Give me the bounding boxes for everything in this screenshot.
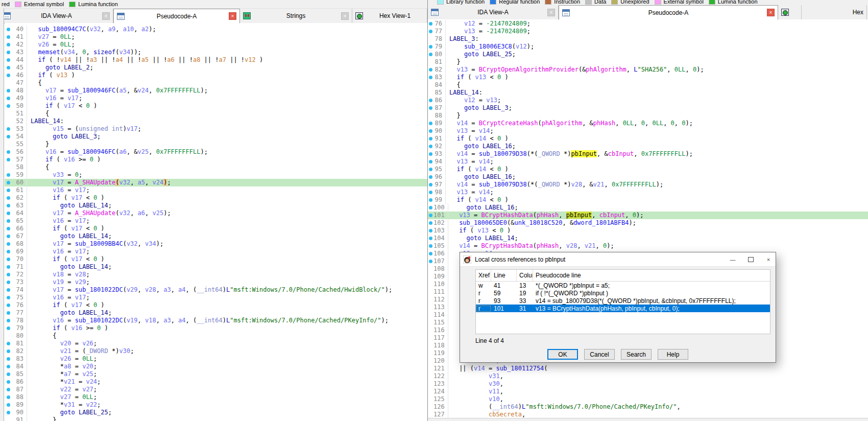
code-line-99[interactable]: 99 if ( v14 < 0 ) — [428, 196, 868, 204]
code-line-121[interactable]: 121 || (v14 = sub_180112754( — [428, 365, 868, 372]
close-tab-icon[interactable]: × — [547, 9, 555, 16]
code-line-53[interactable]: 53 v15 = (unsigned int)v17; — [5, 125, 427, 133]
code-line-125[interactable]: 125 v10, — [428, 395, 868, 403]
code-line-78[interactable]: 78LABEL_3: — [428, 35, 868, 43]
code-line-83[interactable]: 83 v26 = 0LL; — [5, 355, 427, 363]
code-line-92[interactable]: 92 goto LABEL_16; — [428, 143, 868, 150]
dock-edge-strip[interactable] — [0, 8, 4, 421]
code-line-84[interactable]: 84 { — [428, 81, 868, 89]
tab-hex-view-1[interactable]: Hex View-1 — [352, 9, 427, 23]
code-line-61[interactable]: 61 v16 = v17; — [5, 186, 427, 194]
code-line-90[interactable]: 90 goto LABEL_25; — [5, 409, 427, 416]
pseudocode-view-left[interactable]: 40 sub_180094C7C(v32, a9, a10, a2);41 v2… — [5, 23, 427, 421]
code-line-88[interactable]: 88 } — [428, 112, 868, 120]
code-line-90[interactable]: 90 v13 = v14; — [428, 127, 868, 135]
xrefs-table[interactable]: XrefLineColumnPseudocode linew4113*(_QWO… — [475, 269, 770, 334]
search-button[interactable]: Search — [621, 349, 652, 360]
code-line-87[interactable]: 87 goto LABEL_3; — [428, 104, 868, 112]
code-line-68[interactable]: 68 v17 = sub_18009BB4C(v32, v34); — [5, 240, 427, 248]
code-line-60[interactable]: 60 v17 = A_SHAUpdate(v32, a5, v24); — [5, 179, 427, 186]
code-line-65[interactable]: 65 v16 = v17; — [5, 217, 427, 225]
ok-button[interactable]: OK — [547, 349, 578, 360]
code-line-122[interactable]: 122 v31, — [428, 372, 868, 380]
code-line-62[interactable]: 62 if ( v17 < 0 ) — [5, 194, 427, 202]
code-line-59[interactable]: 59 v33 = 0; — [5, 171, 427, 179]
code-line-41[interactable]: 41 v27 = 0LL; — [5, 33, 427, 41]
code-line-40[interactable]: 40 sub_180094C7C(v32, a9, a10, a2); — [5, 26, 427, 33]
code-line-55[interactable]: 55 } — [5, 141, 427, 148]
column-header-column[interactable]: Column — [517, 270, 533, 281]
code-line-93[interactable]: 93 v14 = sub_180079D38(*(_QWORD *)pbInpu… — [428, 150, 868, 158]
code-line-56[interactable]: 56 v16 = sub_1800946FC(a6, &v25, 0x7FFFF… — [5, 148, 427, 156]
xref-row[interactable]: w4113*(_QWORD *)pbInput = a5; — [476, 282, 770, 289]
minimize-icon[interactable]: — — [726, 254, 740, 265]
code-line-84[interactable]: 84 *a8 = v20; — [5, 363, 427, 370]
code-line-85[interactable]: 85 *a7 = v25; — [5, 370, 427, 378]
code-line-88[interactable]: 88 v27 = 0LL; — [5, 393, 427, 401]
code-line-102[interactable]: 102 sub_180065DE0(&unk_18018C520, &dword… — [428, 219, 868, 227]
code-line-95[interactable]: 95 if ( v14 < 0 ) — [428, 166, 868, 173]
code-line-100[interactable]: 100 goto LABEL_16; — [428, 204, 868, 212]
code-line-72[interactable]: 72 v18 = v28; — [5, 271, 427, 278]
code-line-105[interactable]: 105 v14 = BCryptHashData(phHash, v28, v2… — [428, 242, 868, 250]
code-line-82[interactable]: 82 v21 = (_DWORD *)v30; — [5, 347, 427, 355]
code-line-70[interactable]: 70 if ( v17 < 0 ) — [5, 255, 427, 263]
tab-pseudocode-a[interactable]: Pseudocode-A× — [113, 9, 240, 24]
column-header-xref[interactable]: Xref — [476, 270, 491, 281]
code-line-97[interactable]: 97 v14 = sub_180079D38(*(_QWORD *)v28, &… — [428, 181, 868, 189]
code-line-71[interactable]: 71 goto LABEL_14; — [5, 263, 427, 271]
code-line-81[interactable]: 81 } — [428, 58, 868, 66]
code-line-83[interactable]: 83 if ( v13 < 0 ) — [428, 74, 868, 81]
code-line-43[interactable]: 43 memset(v34, 0, sizeof(v34)); — [5, 49, 427, 56]
code-line-103[interactable]: 103 if ( v13 < 0 ) — [428, 227, 868, 235]
code-line-80[interactable]: 80 { — [5, 332, 427, 340]
code-line-57[interactable]: 57 if ( v16 >= 0 ) — [5, 156, 427, 163]
code-line-48[interactable]: 48 v17 = sub_1800946FC(a5, &v24, 0x7FFFF… — [5, 87, 427, 95]
code-line-94[interactable]: 94 v13 = v14; — [428, 158, 868, 166]
code-line-63[interactable]: 63 goto LABEL_14; — [5, 202, 427, 209]
code-line-67[interactable]: 67 goto LABEL_14; — [5, 232, 427, 240]
close-icon[interactable]: × — [761, 254, 776, 265]
code-line-89[interactable]: 89 *v31 = v22; — [5, 401, 427, 409]
code-line-50[interactable]: 50 if ( v17 < 0 ) — [5, 102, 427, 110]
close-tab-icon[interactable]: × — [341, 12, 349, 20]
code-line-44[interactable]: 44 if ( !v14 || !a3 || !a4 || !a5 || !a6… — [5, 56, 427, 64]
code-line-98[interactable]: 98 v13 = v14; — [428, 189, 868, 196]
code-line-54[interactable]: 54 goto LABEL_3; — [5, 133, 427, 141]
code-line-86[interactable]: 86 v12 = v13; — [428, 97, 868, 104]
code-line-85[interactable]: 85LABEL_14: — [428, 89, 868, 97]
code-line-123[interactable]: 123 v30, — [428, 380, 868, 388]
code-line-69[interactable]: 69 v16 = v17; — [5, 248, 427, 255]
code-line-64[interactable]: 64 v17 = A_SHAUpdate(v32, a6, v25); — [5, 209, 427, 217]
help-button[interactable]: Help — [658, 349, 688, 360]
code-line-42[interactable]: 42 v26 = 0LL; — [5, 41, 427, 49]
xref-row[interactable]: r9333v14 = sub_180079D38(*(_QWORD *)pbIn… — [476, 297, 770, 305]
code-line-82[interactable]: 82 v13 = BCryptOpenAlgorithmProvider(&ph… — [428, 66, 868, 74]
code-line-74[interactable]: 74 v17 = sub_1801022DC(v29, v28, a3, a4,… — [5, 286, 427, 294]
tab-icon[interactable] — [778, 5, 802, 19]
code-line-124[interactable]: 124 v11, — [428, 388, 868, 395]
tab-hex[interactable]: Hex — [802, 5, 867, 19]
code-line-86[interactable]: 86 *v21 = v24; — [5, 378, 427, 386]
code-line-91[interactable]: 91 if ( v14 < 0 ) — [428, 135, 868, 143]
xref-row[interactable]: r5919if ( !*(_QWORD *)pbInput ) — [476, 289, 770, 297]
code-line-78[interactable]: 78 v16 = sub_1801022DC(v19, v18, a3, a4,… — [5, 317, 427, 324]
cancel-button[interactable]: Cancel — [584, 349, 615, 360]
dialog-titlebar[interactable]: Local cross references to pbInput — × — [460, 252, 776, 267]
code-line-75[interactable]: 75 v16 = v17; — [5, 294, 427, 301]
code-line-127[interactable]: 127 cbSecreta, — [428, 411, 868, 418]
tab-strings[interactable]: Strings× — [240, 9, 352, 23]
code-line-49[interactable]: 49 v16 = v17; — [5, 95, 427, 102]
tab-ida-view-a[interactable]: IDA View-A× — [428, 5, 559, 19]
code-line-51[interactable]: 51 { — [5, 110, 427, 118]
code-line-91[interactable]: 91 } — [5, 416, 427, 421]
code-line-77[interactable]: 77 goto LABEL_14; — [5, 309, 427, 317]
code-line-79[interactable]: 79 sub_18006E3C8(v12); — [428, 43, 868, 51]
code-line-81[interactable]: 81 v20 = v26; — [5, 340, 427, 347]
code-line-87[interactable]: 87 v22 = v27; — [5, 386, 427, 393]
code-line-66[interactable]: 66 if ( v17 < 0 ) — [5, 225, 427, 232]
code-line-79[interactable]: 79 if ( v16 >= 0 ) — [5, 324, 427, 332]
code-line-126[interactable]: 126 (__int64)L"msft:Windows/7.0/Phone/Ca… — [428, 403, 868, 411]
column-header-pseudocode-line[interactable]: Pseudocode line — [533, 270, 770, 281]
tab-ida-view-a[interactable]: IDA View-A× — [0, 9, 113, 23]
